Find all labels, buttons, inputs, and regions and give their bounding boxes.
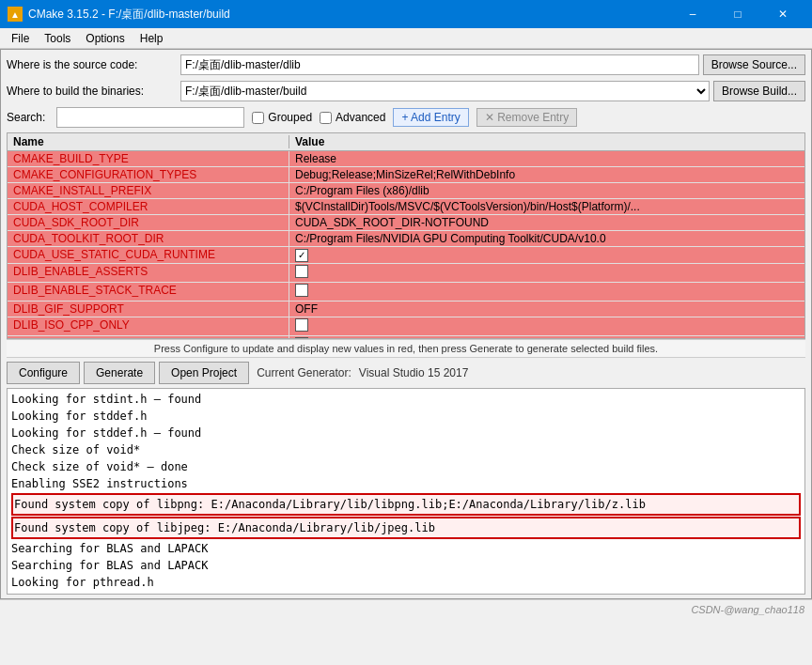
menu-tools[interactable]: Tools: [37, 30, 78, 47]
row-name: DLIB_GIF_SUPPORT: [8, 302, 289, 317]
build-select[interactable]: F:/桌面/dlib-master/build: [180, 81, 710, 101]
table-row[interactable]: CUDA_TOOLKIT_ROOT_DIRC:/Program Files/NV…: [8, 231, 804, 247]
log-area: Looking for stdint.h – foundLooking for …: [7, 388, 805, 595]
row-value: C:/Program Files/NVIDIA GPU Computing To…: [289, 231, 804, 246]
log-line: Looking for pthread.h: [11, 574, 801, 591]
log-line: Looking for stddef.h: [11, 408, 801, 425]
row-checkbox[interactable]: ✓: [295, 337, 308, 339]
row-name: DLIB_ENABLE_ASSERTS: [8, 264, 289, 282]
log-line: Found system copy of libjpeg: E:/Anacond…: [11, 517, 801, 539]
row-checkbox[interactable]: [295, 318, 308, 332]
row-name: DLIB_ISO_CPP_ONLY: [8, 317, 289, 335]
log-line: Enabling SSE2 instructions: [11, 475, 801, 492]
row-value: ✓: [289, 247, 804, 263]
window-title: CMake 3.15.2 - F:/桌面/dlib-master/build: [28, 7, 230, 23]
build-label: Where to build the binaries:: [7, 85, 180, 98]
close-button[interactable]: ✕: [761, 0, 804, 28]
grouped-label: Grouped: [268, 111, 312, 124]
search-row: Search: Grouped Advanced + Add Entry ✕ R…: [7, 106, 805, 129]
generate-button[interactable]: Generate: [84, 362, 155, 384]
table-row[interactable]: DLIB_ENABLE_ASSERTS: [8, 264, 804, 283]
log-line: Check size of void* – done: [11, 458, 801, 475]
action-buttons: Configure Generate Open Project Current …: [7, 358, 805, 388]
main-window: Where is the source code: Browse Source.…: [0, 49, 812, 599]
table-row[interactable]: CMAKE_CONFIGURATION_TYPESDebug;Release;M…: [8, 167, 804, 183]
value-column-header: Value: [289, 135, 804, 148]
row-name: CMAKE_INSTALL_PREFIX: [8, 183, 289, 198]
menu-options[interactable]: Options: [78, 30, 132, 47]
grouped-checkbox[interactable]: [252, 112, 264, 124]
status-message: Press Configure to update and display ne…: [7, 339, 805, 358]
table-row[interactable]: CUDA_HOST_COMPILER$(VCInstallDir)Tools/M…: [8, 199, 804, 215]
row-name: CMAKE_CONFIGURATION_TYPES: [8, 167, 289, 182]
log-line: Searching for BLAS and LAPACK: [11, 540, 801, 557]
row-value: ✓: [289, 336, 804, 340]
row-value: [289, 264, 804, 282]
row-value: C:/Program Files (x86)/dlib: [289, 183, 804, 198]
row-value: $(VCInstallDir)Tools/MSVC/$(VCToolsVersi…: [289, 199, 804, 214]
source-label: Where is the source code:: [7, 58, 180, 71]
app-icon: ▲: [8, 7, 23, 22]
menu-bar: File Tools Options Help: [0, 28, 812, 49]
advanced-checkbox-group: Advanced: [320, 111, 385, 124]
row-checkbox[interactable]: [295, 265, 308, 278]
table-header: Name Value: [8, 133, 804, 151]
row-name: CMAKE_BUILD_TYPE: [8, 151, 289, 166]
row-value: CUDA_SDK_ROOT_DIR-NOTFOUND: [289, 215, 804, 230]
log-line: Looking for stdint.h – found: [11, 391, 801, 408]
row-name: DLIB_ENABLE_STACK_TRACE: [8, 283, 289, 301]
table-row[interactable]: CUDA_USE_STATIC_CUDA_RUNTIME✓: [8, 247, 804, 264]
log-line: Searching for BLAS and LAPACK: [11, 557, 801, 574]
search-label: Search:: [7, 111, 45, 124]
table-body: CMAKE_BUILD_TYPEReleaseCMAKE_CONFIGURATI…: [8, 151, 804, 339]
build-row: Where to build the binaries: F:/桌面/dlib-…: [7, 80, 805, 102]
row-value: [289, 283, 804, 301]
table-row[interactable]: DLIB_GIF_SUPPORTOFF: [8, 302, 804, 317]
row-name: CUDA_HOST_COMPILER: [8, 199, 289, 214]
row-name: CUDA_SDK_ROOT_DIR: [8, 215, 289, 230]
table-row[interactable]: CMAKE_BUILD_TYPERelease: [8, 151, 804, 167]
table-row[interactable]: DLIB_JPEG_SUPPORT✓: [8, 336, 804, 340]
config-table: Name Value CMAKE_BUILD_TYPEReleaseCMAKE_…: [7, 132, 805, 339]
row-checkbox[interactable]: ✓: [295, 249, 308, 262]
row-name: CUDA_USE_STATIC_CUDA_RUNTIME: [8, 247, 289, 263]
bottom-status: CSDN-@wang_chao118: [0, 599, 812, 618]
table-row[interactable]: DLIB_ENABLE_STACK_TRACE: [8, 283, 804, 302]
row-name: DLIB_JPEG_SUPPORT: [8, 336, 289, 340]
log-body: Looking for stdint.h – foundLooking for …: [11, 391, 801, 595]
watermark: CSDN-@wang_chao118: [691, 604, 804, 615]
table-row[interactable]: CUDA_SDK_ROOT_DIRCUDA_SDK_ROOT_DIR-NOTFO…: [8, 215, 804, 231]
generator-prefix: Current Generator:: [257, 366, 351, 379]
maximize-button[interactable]: □: [716, 0, 759, 28]
row-checkbox[interactable]: [295, 284, 308, 297]
table-row[interactable]: CMAKE_INSTALL_PREFIXC:/Program Files (x8…: [8, 183, 804, 199]
log-line: Looking for pthread.h – not found: [11, 591, 801, 595]
menu-file[interactable]: File: [4, 30, 37, 47]
grouped-checkbox-group: Grouped: [252, 111, 312, 124]
log-line: Found system copy of libpng: E:/Anaconda…: [11, 493, 801, 516]
search-input[interactable]: [56, 107, 244, 128]
row-value: Release: [289, 151, 804, 166]
advanced-checkbox[interactable]: [320, 112, 332, 124]
title-bar: ▲ CMake 3.15.2 - F:/桌面/dlib-master/build…: [0, 0, 812, 28]
minimize-button[interactable]: –: [671, 0, 714, 28]
menu-help[interactable]: Help: [133, 30, 171, 47]
log-line: Looking for stddef.h – found: [11, 425, 801, 441]
advanced-label: Advanced: [336, 111, 385, 124]
source-row: Where is the source code: Browse Source.…: [7, 54, 805, 76]
add-entry-button[interactable]: + Add Entry: [393, 108, 468, 127]
table-row[interactable]: DLIB_ISO_CPP_ONLY: [8, 317, 804, 336]
window-controls: – □ ✕: [671, 0, 804, 28]
generator-value: Visual Studio 15 2017: [359, 366, 469, 379]
row-name: CUDA_TOOLKIT_ROOT_DIR: [8, 231, 289, 246]
source-input[interactable]: [180, 54, 699, 75]
name-column-header: Name: [8, 135, 289, 148]
row-value: OFF: [289, 302, 804, 317]
row-value: [289, 317, 804, 335]
browse-source-button[interactable]: Browse Source...: [703, 54, 805, 75]
browse-build-button[interactable]: Browse Build...: [713, 81, 805, 101]
configure-button[interactable]: Configure: [7, 362, 80, 384]
remove-entry-button[interactable]: ✕ Remove Entry: [476, 108, 577, 127]
log-line: Check size of void*: [11, 441, 801, 458]
open-project-button[interactable]: Open Project: [159, 362, 249, 384]
